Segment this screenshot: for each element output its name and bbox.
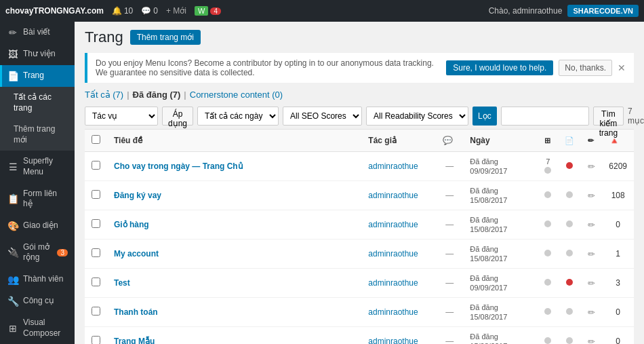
row-dash-cell: —: [436, 152, 463, 181]
edit-icon: ✏: [588, 307, 595, 318]
seo-score-select[interactable]: All SEO Scores Good OK Bad: [283, 107, 362, 126]
search-button[interactable]: Tìm kiếm trang: [593, 107, 624, 126]
row-checkbox-cell[interactable]: [85, 269, 107, 298]
sidebar-item-visual-composer[interactable]: ⊞ Visual Composer: [0, 312, 75, 344]
sidebar-item-thanh-vien[interactable]: 👥 Thành viên: [0, 269, 75, 290]
row-checkbox-cell[interactable]: [85, 298, 107, 327]
author-link[interactable]: adminraothue: [368, 220, 418, 229]
page-title-link[interactable]: Test: [114, 278, 130, 288]
readability-select[interactable]: All Readability Scores: [366, 107, 468, 126]
row-edit-cell[interactable]: ✏: [581, 269, 602, 298]
row-checkbox[interactable]: [92, 248, 100, 257]
table-wrap: Tiêu đề Tác giả 💬 Ngày ⊞ 📄 ✏ 🔺 Cho vay t…: [85, 129, 634, 344]
add-new-button[interactable]: Thêm trang mới: [130, 30, 201, 45]
filter-button[interactable]: Lọc: [472, 107, 497, 126]
row-date-cell: Đã đăng 15/08/2017: [463, 210, 538, 240]
search-input[interactable]: [501, 107, 589, 126]
row-checkbox-cell[interactable]: [85, 240, 107, 269]
sidebar-item-superfly[interactable]: ☰ Superfly Menu: [0, 151, 75, 183]
filter-tab-cornerstone[interactable]: Cornerstone content (0): [190, 90, 283, 100]
row-checkbox-cell[interactable]: [85, 181, 107, 210]
row-view-count-cell: 0: [602, 327, 634, 345]
date-text: 15/08/2017: [470, 196, 507, 204]
page-title-link[interactable]: Cho vay trong ngày — Trang Chủ: [114, 161, 243, 171]
notice-close-icon[interactable]: ✕: [618, 62, 626, 73]
page-header: Trang Thêm trang mới: [75, 22, 644, 50]
notification-count[interactable]: 🔔 10: [112, 6, 133, 16]
author-link[interactable]: adminraothue: [368, 307, 418, 317]
sidebar-item-them-trang-moi[interactable]: Thêm trang mới: [0, 119, 75, 151]
row-checkbox[interactable]: [92, 307, 100, 316]
sidebar-item-tat-ca-trang[interactable]: Tất cả các trang: [0, 87, 75, 119]
row-checkbox[interactable]: [92, 161, 100, 170]
row-checkbox[interactable]: [92, 278, 100, 286]
sidebar-item-goi-mo-rong[interactable]: 🔌 Gói mở rộng 3: [0, 237, 75, 269]
seo-dot2: [566, 308, 573, 315]
notice-text: Do you enjoy Menu Icons? Become a contri…: [96, 58, 446, 77]
sidebar-item-trang[interactable]: 📄 Trang: [0, 65, 75, 87]
row-checkbox[interactable]: [92, 190, 100, 199]
comment-count[interactable]: 💬 0: [141, 6, 158, 16]
row-edit-cell[interactable]: ✏: [581, 240, 602, 269]
row-title-cell: Thanh toán: [107, 298, 361, 327]
col-date-header: Ngày: [463, 130, 538, 152]
row-checkbox-cell[interactable]: [85, 152, 107, 181]
page-title-link[interactable]: Giỏ hàng: [114, 220, 149, 229]
sidebar-item-giao-dien[interactable]: 🎨 Giao diện: [0, 215, 75, 237]
date-text: 15/08/2017: [470, 254, 507, 263]
row-read-score-cell: [558, 181, 581, 210]
row-checkbox-cell[interactable]: [85, 327, 107, 345]
form-icon: 📋: [7, 193, 19, 204]
sidebar-item-cong-cu[interactable]: 🔧 Công cụ: [0, 290, 75, 312]
row-title-cell: Cho vay trong ngày — Trang Chủ: [107, 152, 361, 181]
row-read-score-cell: [558, 210, 581, 240]
row-edit-cell[interactable]: ✏: [581, 298, 602, 327]
row-checkbox[interactable]: [92, 219, 100, 228]
col-check-header[interactable]: [85, 130, 107, 152]
row-read-score-cell: [558, 298, 581, 327]
row-view-count-cell: 3: [602, 269, 634, 298]
date-text: 15/08/2017: [470, 313, 507, 321]
edit-icon: ✏: [588, 278, 595, 288]
page-title-link[interactable]: Đăng ký vay: [114, 191, 161, 200]
row-date-cell: Đã đăng 09/09/2017: [463, 152, 538, 181]
row-read-score-cell: [558, 327, 581, 345]
new-button[interactable]: + Mới: [166, 6, 186, 16]
page-title: Trang: [85, 28, 123, 46]
plugin-badge[interactable]: W 4: [195, 6, 221, 16]
row-edit-cell[interactable]: ✏: [581, 152, 602, 181]
seo-dot2: [566, 337, 573, 344]
action-select[interactable]: Tác vụ Sửa Xóa vĩnh viễn: [85, 107, 158, 126]
col-icon2-header: 📄: [558, 130, 581, 152]
filter-tab-all[interactable]: Tất cả (7): [85, 90, 123, 100]
row-checkbox-cell[interactable]: [85, 210, 107, 240]
row-edit-cell[interactable]: ✏: [581, 210, 602, 240]
row-read-score-cell: [558, 269, 581, 298]
row-edit-cell[interactable]: ✏: [581, 181, 602, 210]
row-read-score-cell: [558, 240, 581, 269]
row-edit-cell[interactable]: ✏: [581, 327, 602, 345]
row-title-cell: Trang Mẫu: [107, 327, 361, 345]
author-link[interactable]: adminraothue: [368, 249, 418, 259]
sidebar-item-form[interactable]: 📋 Form liên hệ: [0, 183, 75, 215]
date-select[interactable]: Tất cả các ngày: [197, 107, 279, 126]
pages-table: Tiêu đề Tác giả 💬 Ngày ⊞ 📄 ✏ 🔺 Cho vay t…: [85, 129, 634, 344]
author-link[interactable]: adminraothue: [368, 161, 418, 171]
author-link[interactable]: adminraothue: [368, 337, 418, 344]
select-all-checkbox[interactable]: [92, 135, 100, 144]
row-checkbox[interactable]: [92, 336, 100, 344]
sidebar-item-thu-vien[interactable]: 🖼 Thư viện: [0, 43, 75, 65]
page-title-link[interactable]: Trang Mẫu: [114, 337, 155, 344]
notice-yes-button[interactable]: Sure, I would love to help.: [446, 60, 553, 75]
author-link[interactable]: adminraothue: [368, 278, 418, 288]
site-name[interactable]: chovayTRONGNGAY.com: [5, 6, 104, 16]
filter-tab-published[interactable]: Đã đăng (7): [133, 90, 181, 100]
author-link[interactable]: adminraothue: [368, 191, 418, 200]
row-author-cell: adminraothue: [361, 210, 436, 240]
row-date-cell: Đã đăng 15/08/2017: [463, 298, 538, 327]
page-title-link[interactable]: Thanh toán: [114, 307, 158, 317]
sidebar-item-bai-viet[interactable]: ✏ Bài viết: [0, 22, 75, 43]
page-title-link[interactable]: My account: [114, 249, 159, 259]
apply-button[interactable]: Áp dụng: [162, 107, 193, 126]
notice-no-button[interactable]: No, thanks.: [559, 60, 612, 76]
